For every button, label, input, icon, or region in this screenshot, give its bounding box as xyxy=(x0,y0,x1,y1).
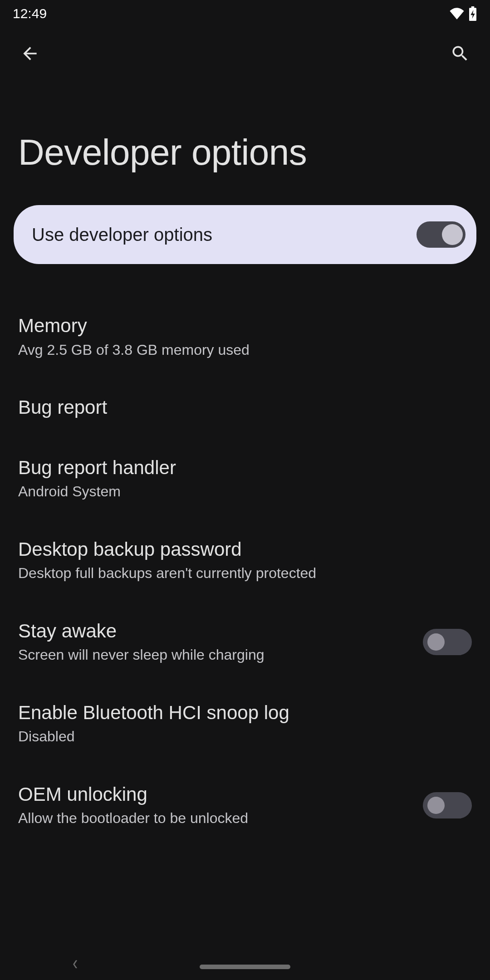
row-title: Desktop backup password xyxy=(18,538,472,562)
row-subtitle: Avg 2.5 GB of 3.8 GB memory used xyxy=(18,341,472,360)
status-bar: 12:49 xyxy=(0,0,490,27)
status-time: 12:49 xyxy=(13,6,47,21)
search-button[interactable] xyxy=(444,38,476,71)
search-icon xyxy=(450,44,470,65)
row-title: Memory xyxy=(18,314,472,338)
row-subtitle: Screen will never sleep while charging xyxy=(18,646,412,665)
nav-back-chevron-icon[interactable]: ‹ xyxy=(73,951,78,975)
row-title: Bug report xyxy=(18,396,472,420)
app-bar xyxy=(0,27,490,82)
row-title: Stay awake xyxy=(18,619,412,643)
row-subtitle: Android System xyxy=(18,482,472,501)
stay-awake-switch[interactable] xyxy=(423,629,472,655)
row-bt-hci-snoop[interactable]: Enable Bluetooth HCI snoop log Disabled xyxy=(0,683,490,764)
row-title: Enable Bluetooth HCI snoop log xyxy=(18,701,472,725)
row-title: Bug report handler xyxy=(18,456,472,480)
page-title: Developer options xyxy=(0,82,490,205)
use-developer-options-row[interactable]: Use developer options xyxy=(14,205,476,264)
status-icons xyxy=(449,6,477,21)
row-bug-report-handler[interactable]: Bug report handler Android System xyxy=(0,438,490,519)
row-oem-unlocking[interactable]: OEM unlocking Allow the bootloader to be… xyxy=(0,764,490,828)
battery-icon xyxy=(468,6,477,21)
row-desktop-backup-password[interactable]: Desktop backup password Desktop full bac… xyxy=(0,519,490,601)
row-title: OEM unlocking xyxy=(18,783,412,807)
row-memory[interactable]: Memory Avg 2.5 GB of 3.8 GB memory used xyxy=(0,296,490,377)
row-subtitle: Allow the bootloader to be unlocked xyxy=(18,809,412,828)
row-stay-awake[interactable]: Stay awake Screen will never sleep while… xyxy=(0,601,490,683)
use-developer-options-switch[interactable] xyxy=(416,221,466,248)
row-subtitle: Disabled xyxy=(18,727,472,746)
nav-gesture-pill[interactable] xyxy=(200,965,290,969)
settings-list: Memory Avg 2.5 GB of 3.8 GB memory used … xyxy=(0,264,490,828)
row-bug-report[interactable]: Bug report xyxy=(0,377,490,438)
wifi-icon xyxy=(449,8,465,20)
oem-unlocking-switch[interactable] xyxy=(423,792,472,818)
arrow-back-icon xyxy=(20,44,40,65)
row-subtitle: Desktop full backups aren't currently pr… xyxy=(18,564,472,583)
back-button[interactable] xyxy=(14,38,46,71)
use-developer-options-label: Use developer options xyxy=(32,225,212,245)
